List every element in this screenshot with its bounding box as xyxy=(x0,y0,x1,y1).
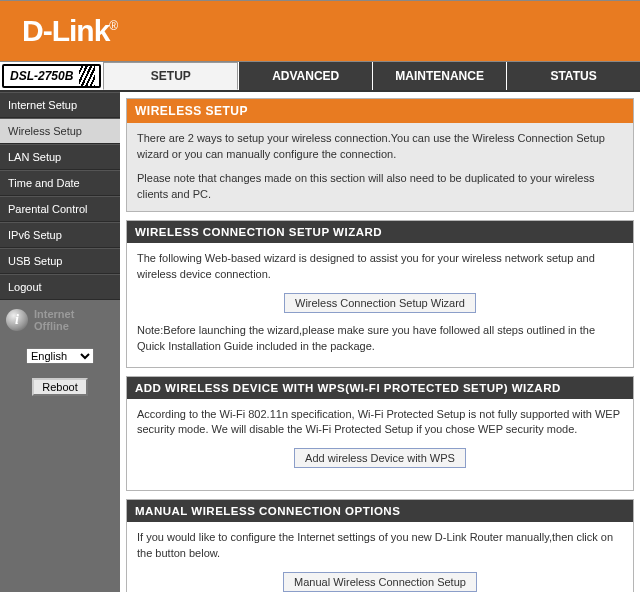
status-line1: Internet xyxy=(34,308,74,320)
language-select[interactable]: English xyxy=(26,348,94,364)
info-icon: i xyxy=(6,309,28,331)
reboot-button[interactable]: Reboot xyxy=(32,378,87,396)
top-tabs: SETUP ADVANCED MAINTENANCE STATUS xyxy=(103,62,640,90)
sidebar-item-wireless[interactable]: Wireless Setup xyxy=(0,118,120,144)
wizard-p1: The following Web-based wizard is design… xyxy=(137,251,623,283)
sidebar-filler xyxy=(0,400,120,592)
section-wizard: WIRELESS CONNECTION SETUP WIZARD The fol… xyxy=(126,220,634,368)
tab-maintenance[interactable]: MAINTENANCE xyxy=(372,62,506,90)
model-slash-icon xyxy=(79,66,95,86)
brand-logo: D-Link® xyxy=(22,14,118,48)
sidebar-item-internet[interactable]: Internet Setup xyxy=(0,92,120,118)
router-admin-page: D-Link® DSL-2750B SETUP ADVANCED MAINTEN… xyxy=(0,0,640,592)
section-wizard-title: WIRELESS CONNECTION SETUP WIZARD xyxy=(127,221,633,243)
top-bar: DSL-2750B SETUP ADVANCED MAINTENANCE STA… xyxy=(0,62,640,92)
tab-setup[interactable]: SETUP xyxy=(103,62,238,90)
intro-panel: WIRELESS SETUP There are 2 ways to setup… xyxy=(126,98,634,212)
wizard-btn-row: Wireless Connection Setup Wizard xyxy=(137,293,623,313)
main-area: Internet Setup Wireless Setup LAN Setup … xyxy=(0,92,640,592)
sidebar-item-time[interactable]: Time and Date xyxy=(0,170,120,196)
sidebar-item-usb[interactable]: USB Setup xyxy=(0,248,120,274)
sidebar-item-logout[interactable]: Logout xyxy=(0,274,120,300)
model-label: DSL-2750B xyxy=(10,69,73,83)
section-manual: MANUAL WIRELESS CONNECTION OPTIONS If yo… xyxy=(126,499,634,592)
manual-btn-row: Manual Wireless Connection Setup xyxy=(137,572,623,592)
add-wps-button[interactable]: Add wireless Device with WPS xyxy=(294,448,466,468)
intro-title: WIRELESS SETUP xyxy=(127,99,633,123)
wireless-wizard-button[interactable]: Wireless Connection Setup Wizard xyxy=(284,293,476,313)
sidebar-item-lan[interactable]: LAN Setup xyxy=(0,144,120,170)
logo-reg: ® xyxy=(109,19,118,33)
sidebar: Internet Setup Wireless Setup LAN Setup … xyxy=(0,92,120,592)
section-manual-body: If you would like to configure the Inter… xyxy=(127,522,633,592)
sidebar-controls: English Reboot xyxy=(0,340,120,400)
intro-body: There are 2 ways to setup your wireless … xyxy=(127,123,633,211)
section-wizard-body: The following Web-based wizard is design… xyxy=(127,243,633,367)
content: WIRELESS SETUP There are 2 ways to setup… xyxy=(120,92,640,592)
manual-p1: If you would like to configure the Inter… xyxy=(137,530,623,562)
intro-p1: There are 2 ways to setup your wireless … xyxy=(137,131,623,163)
tab-status[interactable]: STATUS xyxy=(506,62,640,90)
banner: D-Link® xyxy=(0,0,640,62)
internet-status: i Internet Offline xyxy=(0,300,120,340)
status-text: Internet Offline xyxy=(34,308,74,332)
section-wps: ADD WIRELESS DEVICE WITH WPS(WI-FI PROTE… xyxy=(126,376,634,492)
sidebar-item-parental[interactable]: Parental Control xyxy=(0,196,120,222)
section-wps-body: According to the Wi-Fi 802.11n specifica… xyxy=(127,399,633,491)
wps-btn-row: Add wireless Device with WPS xyxy=(137,448,623,468)
logo-text: D-Link xyxy=(22,14,109,47)
intro-p2: Please note that changes made on this se… xyxy=(137,171,623,203)
wizard-p2: Note:Before launching the wizard,please … xyxy=(137,323,623,355)
section-wps-title: ADD WIRELESS DEVICE WITH WPS(WI-FI PROTE… xyxy=(127,377,633,399)
status-line2: Offline xyxy=(34,320,74,332)
section-manual-title: MANUAL WIRELESS CONNECTION OPTIONS xyxy=(127,500,633,522)
tab-advanced[interactable]: ADVANCED xyxy=(238,62,372,90)
sidebar-item-ipv6[interactable]: IPv6 Setup xyxy=(0,222,120,248)
manual-wireless-button[interactable]: Manual Wireless Connection Setup xyxy=(283,572,477,592)
wps-p1: According to the Wi-Fi 802.11n specifica… xyxy=(137,407,623,439)
model-badge: DSL-2750B xyxy=(2,64,101,88)
